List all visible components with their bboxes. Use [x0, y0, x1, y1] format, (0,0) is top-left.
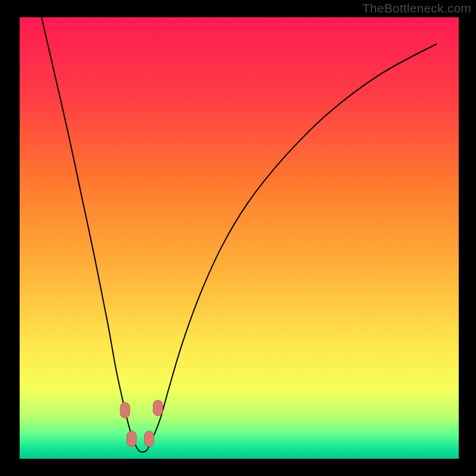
curve-marker — [153, 400, 162, 416]
gradient-background — [20, 17, 459, 459]
chart-frame: TheBottleneck.com — [0, 0, 476, 476]
bottleneck-plot — [20, 17, 459, 459]
watermark-text: TheBottleneck.com — [362, 1, 471, 15]
curve-marker — [127, 431, 136, 447]
curve-marker — [145, 431, 154, 447]
curve-marker — [120, 402, 130, 418]
